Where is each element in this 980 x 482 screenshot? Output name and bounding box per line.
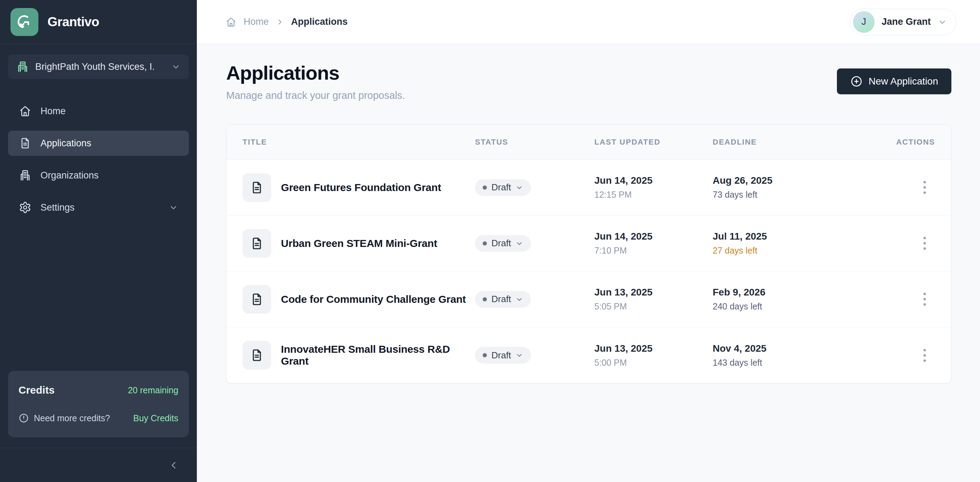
sidebar-item-applications[interactable]: Applications xyxy=(8,131,189,156)
organization-selector[interactable]: BrightPath Youth Services, I... xyxy=(8,54,189,79)
grantivo-logo-icon xyxy=(11,8,38,36)
breadcrumb-current: Applications xyxy=(291,16,348,27)
last-updated-date: Jun 13, 2025 xyxy=(594,343,713,354)
table-row: InnovateHER Small Business R&D Grant Dra… xyxy=(226,327,951,383)
building-icon xyxy=(19,169,32,182)
top-bar: Home Applications J Jane Grant xyxy=(197,0,980,44)
last-updated-time: 5:05 PM xyxy=(594,302,713,311)
chevron-left-icon xyxy=(168,460,180,471)
brand-name: Grantivo xyxy=(48,15,99,29)
application-title-link[interactable]: InnovateHER Small Business R&D Grant xyxy=(281,343,475,367)
breadcrumb: Home Applications xyxy=(226,16,348,27)
row-actions-menu-button[interactable] xyxy=(915,287,934,312)
chevron-down-icon xyxy=(515,351,523,359)
application-title-link[interactable]: Green Futures Foundation Grant xyxy=(281,182,441,193)
days-left: 27 days left xyxy=(713,246,880,256)
new-application-button[interactable]: New Application xyxy=(837,69,951,94)
applications-table: TITLE STATUS LAST UPDATED DEADLINE ACTIO… xyxy=(226,124,951,383)
building-icon xyxy=(16,61,29,73)
file-icon xyxy=(243,173,271,202)
page-subtitle: Manage and track your grant proposals. xyxy=(226,90,405,101)
days-left: 73 days left xyxy=(713,190,880,200)
status-dropdown[interactable]: Draft xyxy=(475,291,531,308)
collapse-sidebar-button[interactable] xyxy=(168,460,180,471)
file-icon xyxy=(243,341,271,370)
sidebar-item-organizations[interactable]: Organizations xyxy=(8,163,189,188)
deadline-date: Nov 4, 2025 xyxy=(713,343,880,354)
column-header-actions: ACTIONS xyxy=(896,137,935,147)
credits-card: Credits 20 remaining Need more credits? … xyxy=(8,371,189,437)
status-dot-icon xyxy=(483,297,487,302)
status-dropdown[interactable]: Draft xyxy=(475,179,531,196)
chevron-down-icon xyxy=(938,18,947,27)
row-actions-menu-button[interactable] xyxy=(915,343,934,368)
column-header-deadline: DEADLINE xyxy=(713,137,880,147)
column-header-last-updated: LAST UPDATED xyxy=(594,137,713,147)
breadcrumb-home-link[interactable]: Home xyxy=(243,16,269,27)
table-header-row: TITLE STATUS LAST UPDATED DEADLINE ACTIO… xyxy=(226,125,951,160)
chevron-down-icon xyxy=(515,184,523,192)
home-icon xyxy=(19,105,32,117)
sidebar-item-label: Home xyxy=(40,106,65,117)
last-updated-time: 5:00 PM xyxy=(594,358,713,368)
alert-circle-icon xyxy=(19,413,29,423)
last-updated-date: Jun 14, 2025 xyxy=(594,231,713,242)
content: Applications Manage and track your grant… xyxy=(197,44,980,482)
status-label: Draft xyxy=(492,182,511,193)
status-dropdown[interactable]: Draft xyxy=(475,235,531,252)
chevron-down-icon xyxy=(515,239,523,247)
home-icon xyxy=(226,16,237,27)
credits-prompt: Need more credits? xyxy=(34,413,110,423)
column-header-title: TITLE xyxy=(243,137,475,147)
column-header-status: STATUS xyxy=(475,137,594,147)
avatar: J xyxy=(853,11,875,33)
gear-icon xyxy=(19,201,32,214)
buy-credits-link[interactable]: Buy Credits xyxy=(133,413,178,423)
user-name: Jane Grant xyxy=(881,16,931,27)
new-application-label: New Application xyxy=(869,76,938,87)
sidebar-item-settings[interactable]: Settings xyxy=(8,195,189,220)
status-dot-icon xyxy=(483,185,487,190)
table-row: Urban Green STEAM Mini-Grant Draft Jun 1… xyxy=(226,215,951,271)
sidebar-item-label: Settings xyxy=(40,202,75,213)
chevron-down-icon xyxy=(169,203,178,212)
row-actions-menu-button[interactable] xyxy=(915,175,934,200)
sidebar-spacer xyxy=(0,220,197,371)
deadline-date: Aug 26, 2025 xyxy=(713,175,880,186)
days-left: 240 days left xyxy=(713,302,880,311)
credits-title: Credits xyxy=(19,384,54,396)
last-updated-date: Jun 14, 2025 xyxy=(594,175,713,186)
application-title-link[interactable]: Code for Community Challenge Grant xyxy=(281,294,466,305)
last-updated-time: 7:10 PM xyxy=(594,246,713,256)
user-menu[interactable]: J Jane Grant xyxy=(850,9,956,35)
sidebar-item-label: Applications xyxy=(40,138,91,149)
status-dot-icon xyxy=(483,353,487,357)
table-row: Code for Community Challenge Grant Draft… xyxy=(226,271,951,327)
chevron-down-icon xyxy=(515,295,523,303)
last-updated-time: 12:15 PM xyxy=(594,190,713,200)
file-icon xyxy=(243,285,271,314)
page-title: Applications xyxy=(226,61,405,84)
row-actions-menu-button[interactable] xyxy=(915,231,934,256)
last-updated-date: Jun 13, 2025 xyxy=(594,287,713,298)
plus-circle-icon xyxy=(850,75,863,88)
page-header: Applications Manage and track your grant… xyxy=(226,61,951,101)
brand-header: Grantivo xyxy=(0,0,197,44)
sidebar-item-label: Organizations xyxy=(40,170,99,181)
sidebar-footer xyxy=(0,448,197,482)
status-dropdown[interactable]: Draft xyxy=(475,347,531,364)
file-icon xyxy=(19,137,32,150)
sidebar: Grantivo BrightPath Youth Services, I... xyxy=(0,0,197,482)
status-label: Draft xyxy=(492,294,511,305)
organization-name: BrightPath Youth Services, I... xyxy=(35,61,154,72)
chevron-down-icon xyxy=(171,62,180,71)
main-area: Home Applications J Jane Grant Applicati… xyxy=(197,0,980,482)
sidebar-nav: Home Applications Organiz xyxy=(0,99,197,220)
sidebar-item-home[interactable]: Home xyxy=(8,99,189,124)
deadline-date: Jul 11, 2025 xyxy=(713,231,880,242)
chevron-right-icon xyxy=(276,18,284,26)
table-row: Green Futures Foundation Grant Draft Jun… xyxy=(226,160,951,215)
application-title-link[interactable]: Urban Green STEAM Mini-Grant xyxy=(281,238,437,249)
days-left: 143 days left xyxy=(713,358,880,368)
status-dot-icon xyxy=(483,241,487,246)
